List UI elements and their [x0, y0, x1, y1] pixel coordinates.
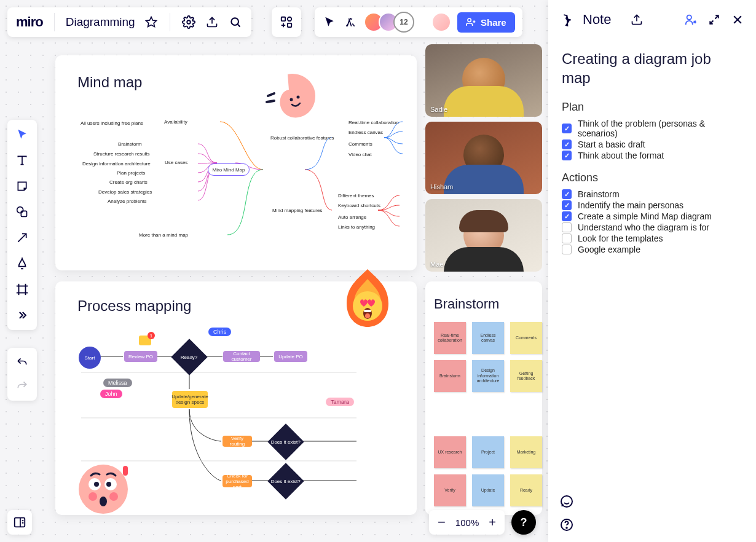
- note-tab-label[interactable]: Note: [583, 12, 611, 28]
- mindmap-node[interactable]: More than a mind map: [139, 232, 188, 238]
- board-title[interactable]: Diagramming: [66, 15, 135, 29]
- chat-icon[interactable]: [559, 494, 574, 509]
- process-node[interactable]: Review PO: [124, 351, 157, 362]
- cursor-icon[interactable]: [322, 15, 337, 29]
- process-node[interactable]: Update PO: [274, 351, 307, 362]
- help-icon[interactable]: [559, 517, 574, 532]
- sticky-note[interactable]: Update: [472, 474, 504, 506]
- sticky-note[interactable]: Design information architecture: [472, 360, 504, 392]
- mindmap-node[interactable]: Real-time collaboration: [348, 120, 399, 125]
- note-body[interactable]: Creating a diagram job map Plan Think of…: [548, 39, 756, 265]
- expand-icon[interactable]: [707, 12, 722, 27]
- checklist-item[interactable]: Google example: [562, 245, 742, 254]
- checklist-item[interactable]: Brainstorm: [562, 189, 742, 199]
- sticky-note[interactable]: Getting feedback: [510, 360, 542, 392]
- checkbox[interactable]: [562, 222, 572, 232]
- mindmap-node[interactable]: Availability: [164, 119, 187, 125]
- sticky-note[interactable]: Endless canvas: [472, 322, 504, 354]
- sticky-note[interactable]: Ready: [510, 474, 542, 506]
- close-icon[interactable]: [730, 12, 745, 27]
- mindmap-node[interactable]: Comments: [348, 141, 372, 147]
- zoom-level[interactable]: 100%: [455, 517, 479, 528]
- settings-icon[interactable]: [181, 15, 196, 29]
- checkbox[interactable]: [562, 124, 572, 133]
- text-tool-icon[interactable]: [14, 152, 31, 169]
- checklist-item[interactable]: Look for the templates: [562, 234, 742, 243]
- sticky-note[interactable]: Brainstorm: [434, 360, 466, 392]
- checkbox[interactable]: [562, 245, 572, 254]
- comment-indicator[interactable]: 1: [139, 336, 151, 345]
- mindmap-node[interactable]: Brainstorm: [118, 141, 142, 147]
- mindmap-node[interactable]: Links to anything: [338, 224, 375, 230]
- checklist-item[interactable]: Start a basic draft: [562, 139, 742, 149]
- participant-count[interactable]: 12: [393, 12, 414, 33]
- star-icon[interactable]: [144, 15, 159, 29]
- process-node[interactable]: Verify routing: [222, 436, 252, 447]
- mindmap-node[interactable]: Analyze problems: [108, 198, 147, 204]
- frame-tool-icon[interactable]: [14, 281, 31, 298]
- mindmap-node[interactable]: Structure research results: [93, 151, 150, 157]
- process-node[interactable]: Update/generate design specs: [172, 391, 208, 408]
- checkbox[interactable]: [562, 234, 572, 243]
- sticky-tool-icon[interactable]: [14, 178, 31, 195]
- video-tile[interactable]: Sadie: [425, 44, 542, 117]
- mindmap-node[interactable]: Endless canvas: [348, 130, 383, 135]
- checkbox[interactable]: [562, 151, 572, 160]
- apps-icon[interactable]: [279, 15, 294, 29]
- checkbox[interactable]: [562, 211, 572, 221]
- mindmap-node[interactable]: Auto arrange: [338, 214, 366, 220]
- pin-icon[interactable]: [559, 12, 574, 27]
- video-tile[interactable]: Mae: [425, 199, 542, 272]
- sticky-note[interactable]: Comments: [510, 322, 542, 354]
- zoom-in-button[interactable]: +: [489, 516, 496, 530]
- pen-tool-icon[interactable]: [14, 255, 31, 272]
- share-button[interactable]: Share: [457, 12, 515, 33]
- zoom-out-button[interactable]: −: [438, 514, 446, 530]
- process-start-node[interactable]: Start: [79, 347, 101, 369]
- mindmap-center-node[interactable]: Miro Mind Map: [208, 163, 250, 176]
- collaborator-add-icon[interactable]: [683, 12, 698, 27]
- checklist-item[interactable]: Indentify the main personas: [562, 200, 742, 210]
- sticky-note[interactable]: Marketing: [510, 436, 542, 468]
- mindmap-node[interactable]: All users including free plans: [81, 120, 143, 126]
- more-tools-icon[interactable]: [14, 307, 31, 324]
- mindmap-node[interactable]: Plan projects: [117, 170, 145, 176]
- mindmap-node[interactable]: Develop sales strategies: [98, 189, 152, 195]
- checklist-item[interactable]: Understand who the diagram is for: [562, 222, 742, 232]
- ok-hand-sticker[interactable]: [263, 65, 325, 127]
- mindmap-node[interactable]: Design information architecture: [82, 161, 151, 167]
- checkbox[interactable]: [562, 200, 572, 210]
- shape-tool-icon[interactable]: [14, 203, 31, 221]
- checklist-item[interactable]: Create a simple Mind Map diagram: [562, 211, 742, 221]
- sticky-note[interactable]: Project: [472, 436, 504, 468]
- checklist-item[interactable]: Think of the problem (personas & scenari…: [562, 119, 742, 138]
- surprised-face-sticker[interactable]: [76, 462, 130, 516]
- reactions-icon[interactable]: [343, 15, 358, 29]
- arrow-tool-icon[interactable]: [14, 229, 31, 246]
- mindmap-node[interactable]: Robust collaborative features: [270, 135, 334, 141]
- checklist-item[interactable]: Think about the format: [562, 151, 742, 160]
- participant-avatars[interactable]: 12: [364, 12, 414, 33]
- mindmap-node[interactable]: Use cases: [165, 160, 187, 165]
- mindmap-node[interactable]: Create org charts: [109, 179, 148, 185]
- checkbox[interactable]: [562, 189, 572, 199]
- process-node[interactable]: Check for purchased part: [222, 475, 252, 487]
- sticky-note[interactable]: Verify: [434, 474, 466, 506]
- miro-logo[interactable]: miro: [16, 14, 43, 30]
- export-icon[interactable]: [205, 15, 219, 29]
- search-icon[interactable]: [228, 15, 243, 29]
- redo-icon[interactable]: [14, 377, 31, 395]
- help-fab[interactable]: ?: [511, 510, 536, 535]
- mindmap-node[interactable]: Video chat: [348, 152, 372, 157]
- mindmap-node[interactable]: Different themes: [338, 193, 374, 198]
- sticky-note[interactable]: UX research: [434, 436, 466, 468]
- avatar-self[interactable]: [431, 12, 451, 32]
- fire-heart-eyes-sticker[interactable]: [341, 268, 395, 329]
- mindmap-node[interactable]: Keyboard shortcuts: [338, 203, 380, 208]
- brainstorm-frame[interactable]: Brainstorm Real-time collaborationEndles…: [425, 281, 542, 515]
- process-node[interactable]: Contact customer: [223, 351, 260, 362]
- video-tile[interactable]: Hisham: [425, 122, 542, 194]
- sticky-note[interactable]: Real-time collaboration: [434, 322, 466, 354]
- note-export-icon[interactable]: [629, 12, 644, 27]
- mindmap-node[interactable]: Mind mapping features: [272, 208, 322, 213]
